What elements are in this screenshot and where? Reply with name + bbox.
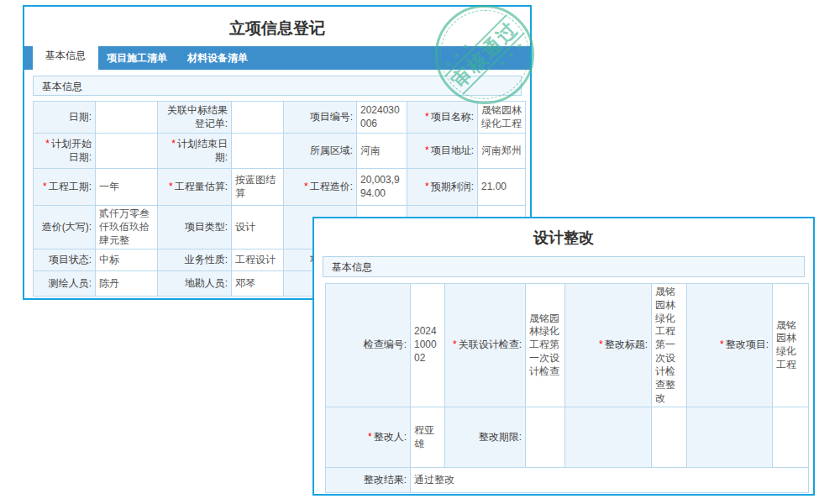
value-rectification-title: 晟铭园林绿化工程第一次设计检查整改 (652, 284, 687, 407)
tab-basic-info[interactable]: 基本信息 (33, 41, 98, 70)
value-geo-surveyor: 邓琴 (232, 271, 284, 297)
label-expected-profit: *预期利润: (407, 169, 478, 206)
section-header-basic-info: 基本信息 (323, 256, 805, 277)
label-surveyor: 测绘人员: (34, 271, 96, 297)
label-rectification-result: 整改结果: (326, 468, 411, 493)
page-title: 设计整改 (314, 228, 813, 248)
label-project-type: 项目类型: (158, 206, 232, 249)
label-plan-start-date: *计划开始日期: (34, 134, 96, 169)
table-row: *工程工期: 一年 *工程量估算: 按蓝图结算 *工程造价: 20,003,99… (34, 169, 526, 206)
value-project-status: 中标 (96, 249, 158, 271)
value-check-no: 2024100002 (411, 284, 445, 407)
value-quantity-estimate: 按蓝图结算 (232, 169, 284, 206)
label-related-bid-result: 关联中标结果登记单: (158, 102, 232, 134)
design-rectification-window: 设计整改 基本信息 检查编号: 2024100002 *关联设计检查: 晟铭园林… (312, 217, 815, 496)
value-expected-profit: 21.00 (478, 169, 526, 206)
value-region: 河南 (357, 134, 407, 169)
label-project-no: 项目编号: (284, 102, 357, 134)
value-project-no: 2024030006 (357, 102, 407, 134)
value-business-nature: 工程设计 (232, 249, 284, 271)
value-cost-in-words: 贰仟万零叁仟玖佰玖拾肆元整 (96, 206, 158, 249)
value-project-address: 河南郑州 (478, 134, 526, 169)
page-title: 立项信息登记 (24, 18, 530, 39)
label-rectifier: *整改人: (326, 407, 411, 468)
label-related-design-check: *关联设计检查: (445, 284, 526, 407)
label-rectification-deadline: 整改期限: (445, 407, 526, 468)
label-project-address: *项目地址: (407, 134, 478, 169)
value-plan-start-date (96, 134, 158, 169)
empty-value-cell (773, 407, 809, 468)
label-business-nature: 业务性质: (158, 249, 232, 271)
value-project-type: 设计 (232, 206, 284, 249)
value-project-name: 晟铭园林绿化工程 (478, 102, 526, 134)
label-cost-in-words: 造价(大写): (34, 206, 96, 249)
value-project-cost: 20,003,994.00 (357, 169, 407, 206)
rectification-info-table: 检查编号: 2024100002 *关联设计检查: 晟铭园林绿化工程第一次设计检… (325, 283, 809, 493)
label-project-cost: *工程造价: (284, 169, 357, 206)
label-project-status: 项目状态: (34, 249, 96, 271)
label-region: 所属区域: (284, 134, 357, 169)
value-plan-end-date (232, 134, 284, 169)
tab-bar: 基本信息 项目施工清单 材料设备清单 (24, 46, 530, 70)
value-project-duration: 一年 (96, 169, 158, 206)
value-rectification-result: 通过整改 (411, 468, 809, 493)
label-project-duration: *工程工期: (34, 169, 96, 206)
value-rectifier: 程亚雄 (411, 407, 445, 468)
label-geo-surveyor: 地勘人员: (158, 271, 232, 297)
table-row: 检查编号: 2024100002 *关联设计检查: 晟铭园林绿化工程第一次设计检… (326, 284, 809, 407)
table-row: *整改人: 程亚雄 整改期限: (326, 407, 809, 468)
empty-value-cell (652, 407, 687, 468)
value-date (96, 102, 158, 134)
label-rectification-title: *整改标题: (565, 284, 652, 407)
label-plan-end-date: *计划结束日期: (158, 134, 232, 169)
empty-label-cell (565, 407, 652, 468)
section-header-basic-info: 基本信息 (33, 76, 522, 96)
value-rectification-project: 晟铭园林绿化工程 (773, 284, 809, 407)
value-surveyor: 陈丹 (96, 271, 158, 297)
table-row: *计划开始日期: *计划结束日期: 所属区域: 河南 *项目地址: 河南郑州 (34, 134, 526, 169)
label-quantity-estimate: *工程量估算: (158, 169, 232, 206)
label-rectification-project: *整改项目: (687, 284, 773, 407)
label-date: 日期: (34, 102, 96, 134)
empty-label-cell (687, 407, 773, 468)
tab-construction-list[interactable]: 项目施工清单 (97, 46, 177, 70)
value-related-design-check: 晟铭园林绿化工程第一次设计检查 (526, 284, 565, 407)
value-rectification-deadline (526, 407, 565, 468)
value-related-bid-result (232, 102, 284, 134)
label-check-no: 检查编号: (326, 284, 411, 407)
table-row: 整改结果: 通过整改 (326, 468, 809, 493)
tab-material-equipment-list[interactable]: 材料设备清单 (177, 46, 258, 70)
table-row: 日期: 关联中标结果登记单: 项目编号: 2024030006 *项目名称: 晟… (34, 102, 526, 134)
label-project-name: *项目名称: (407, 102, 478, 134)
